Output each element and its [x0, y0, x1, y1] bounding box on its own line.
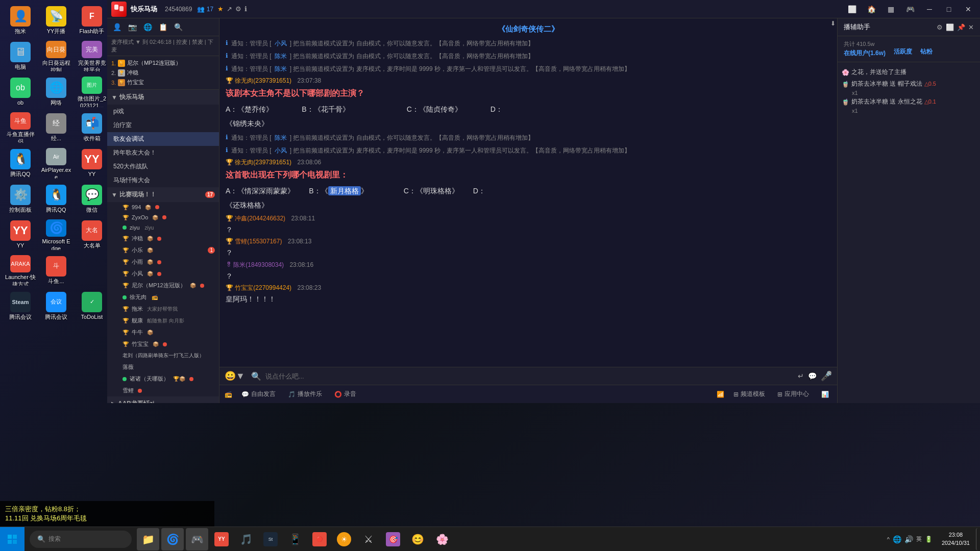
desktop-icon-tencent-meeting[interactable]: 会议 腾讯会议	[38, 288, 74, 324]
taskbar-clock[interactable]: 23:08 2024/10/31	[938, 531, 974, 547]
tray-volume-icon[interactable]: 🔊	[904, 535, 913, 543]
taskbar-app-explorer[interactable]: 📁	[137, 528, 159, 550]
channel-category-aab[interactable]: ▶ AAB龙哥忏zi	[107, 396, 219, 403]
desktop-icon-wechat-img[interactable]: 图片 微信图片_2023121...	[74, 74, 110, 110]
desktop-icon-yy[interactable]: YY YY	[74, 145, 110, 181]
desktop-icon-jing[interactable]: 经 经...	[38, 110, 74, 145]
sidebar-icon-globe[interactable]: 🌐	[142, 21, 153, 33]
sub-channel-laoliu[interactable]: 老刘（四路刷单骑东一打飞三人版）	[107, 350, 219, 361]
record-btn[interactable]: ⭕ 录音	[331, 388, 359, 400]
sub-channel-tuomi[interactable]: 🏆 拖米 大家好帮带我	[107, 303, 219, 315]
taskbar-app-flower[interactable]: 🌸	[431, 528, 453, 550]
tray-network-icon[interactable]: 🌐	[893, 535, 901, 543]
sub-channel-zhubaobao[interactable]: 🏆 竹宝宝 📦	[107, 338, 219, 350]
taskbar-app-orange[interactable]: ☀	[333, 528, 355, 550]
more-emoji-btn[interactable]: 🔍	[251, 371, 261, 381]
sub-channel-xuwurou[interactable]: 徐无肉 📻	[107, 291, 219, 303]
channel-520[interactable]: 520大作战队	[107, 160, 219, 173]
channel-confession[interactable]: 马场忏悔大会	[107, 173, 219, 187]
taskbar-show-desktop[interactable]	[976, 528, 980, 550]
desktop-icon-tuomi[interactable]: 👤 拖米	[3, 3, 38, 38]
sub-channel-chongwen[interactable]: 🏆 冲稳 📦	[107, 233, 219, 244]
desktop-icon-computer[interactable]: 🖥 电脑	[3, 38, 38, 74]
sidebar-icon-user[interactable]: 👤	[111, 21, 122, 33]
tray-battery-icon[interactable]: 🔋	[925, 536, 933, 543]
emoji-btn[interactable]: 😀▼	[225, 370, 245, 382]
panel-expand-icon[interactable]: ⬜	[946, 23, 954, 31]
taskbar-app-emoji[interactable]: 😊	[406, 528, 429, 550]
sub-channel-xiaole[interactable]: 🏆 小乐 📦 1	[107, 244, 219, 256]
share-icon[interactable]: ↗	[227, 5, 232, 13]
chat-input-field[interactable]	[265, 372, 794, 380]
taskbar-app-game[interactable]: 🎮	[186, 528, 208, 550]
desktop-icon-qq2[interactable]: 🐧 腾讯QQ	[38, 181, 74, 217]
desktop-icon-daming[interactable]: 大名 大名单	[74, 217, 110, 253]
taskbar-app-music[interactable]: 🎵	[235, 528, 257, 550]
channel-pixi[interactable]: pi戏	[107, 105, 219, 118]
sidebar-icon-clipboard[interactable]: 📋	[157, 21, 168, 33]
desktop-icon-todolist[interactable]: ✓ ToDoList	[74, 288, 110, 324]
desktop-icon-launcher[interactable]: ARAKA Launcher·快捷方式	[3, 253, 38, 288]
tray-arrow-icon[interactable]: ^	[887, 536, 890, 542]
panel-close-icon[interactable]: ✕	[968, 23, 974, 31]
channel-therapy[interactable]: 治疗室	[107, 118, 219, 132]
send-icon[interactable]: ↵	[798, 372, 804, 380]
desktop-icon-wechat[interactable]: 💬 微信	[74, 181, 110, 217]
channel-category-match[interactable]: ▼ 比赛现场！！ 17	[107, 187, 219, 202]
desktop-icon-qq[interactable]: 🐧 腾讯QQ	[3, 145, 38, 181]
layout-btn[interactable]: ▦	[883, 3, 898, 15]
sub-channel-994[interactable]: 🏆 994 📦	[107, 202, 219, 212]
minimize-btn[interactable]: ─	[922, 3, 937, 15]
sub-channel-zhuzhu[interactable]: 诸诸（天哪版） 🏆📦	[107, 373, 219, 385]
sub-channel-jiankang[interactable]: 🏆 舰康 船随鱼群 向月影	[107, 315, 219, 327]
sub-channel-xiaoyu[interactable]: 🏆 小雨 📦	[107, 256, 219, 268]
desktop-icon-douyu[interactable]: 斗鱼 斗鱼直播伴侣	[3, 110, 38, 145]
desktop-icon-inbox[interactable]: 📬 收件箱	[74, 110, 110, 145]
play-music-btn[interactable]: 🎵 播放件乐	[285, 388, 325, 400]
sub-channel-niuniu[interactable]: 🏆 牛牛 📦	[107, 327, 219, 338]
desktop-icon-control-panel[interactable]: ⚙️ 控制面板	[3, 181, 38, 217]
sub-channel-ziyu[interactable]: ziyu ziyu	[107, 222, 219, 233]
sub-channel-xiaofeng[interactable]: 🏆 小风 📦	[107, 268, 219, 280]
sub-channel-zyxoo[interactable]: 🏆 ZyxOo 📦	[107, 212, 219, 222]
sidebar-icon-search[interactable]: 🔍	[173, 21, 184, 33]
panel-settings-icon[interactable]: ⚙	[937, 23, 943, 31]
taskbar-search-bar[interactable]: 🔍 搜索	[30, 531, 132, 548]
tray-ime-icon[interactable]: 英	[916, 535, 922, 543]
panel-pin-icon[interactable]: 📌	[957, 23, 965, 31]
channel-song-test[interactable]: 歌友会调试	[107, 132, 219, 146]
comment-icon[interactable]: 💬	[808, 372, 817, 380]
info-icon[interactable]: ℹ	[244, 5, 247, 13]
desktop-icon-flash[interactable]: F Flash助手	[74, 3, 110, 38]
desktop-icon-steam[interactable]: Steam 腾讯会议	[3, 288, 38, 324]
freq-template-btn[interactable]: ⊞ 频道模板	[730, 388, 768, 400]
sub-channel-xueli[interactable]: 雪鲤	[107, 385, 219, 396]
desktop-icon-yy-live[interactable]: 📡 YY开播	[38, 3, 74, 38]
desktop-icon-wanmei[interactable]: 完美 完美世界竞技平台	[74, 38, 110, 74]
desktop-icon-ob[interactable]: ob ob	[3, 74, 38, 110]
taskbar-app-steam[interactable]: St	[259, 528, 282, 550]
desktop-icon-douyu2[interactable]: 斗 斗鱼...	[38, 253, 74, 288]
taskbar-app-sword[interactable]: ⚔	[357, 528, 380, 550]
signal-level-btn[interactable]: 📊	[818, 389, 832, 399]
channel-category-kuaile[interactable]: ▼ 快乐马场	[107, 90, 219, 105]
desktop-icon-edge[interactable]: 🌀 Microsoft Edge	[38, 217, 74, 253]
screen-btn[interactable]: ⬜	[844, 3, 860, 15]
sub-channel-neil[interactable]: 🏆 尼尔（MP12连冠版） 📦	[107, 280, 219, 291]
settings-icon[interactable]: ⚙	[235, 5, 241, 13]
channel-new-year[interactable]: 跨年歌友大会！	[107, 146, 219, 160]
sub-channel-luowei[interactable]: 落薇	[107, 361, 219, 373]
scroll-down-btn[interactable]: ⬇	[829, 18, 837, 29]
desktop-icon-network[interactable]: 🌐 网络	[38, 74, 74, 110]
desktop-icon-yy2[interactable]: YY YY	[3, 217, 38, 253]
taskbar-app-purple[interactable]: 🎯	[382, 528, 404, 550]
free-send-btn[interactable]: 💬 自由发言	[238, 388, 279, 400]
close-btn[interactable]: ✕	[961, 3, 976, 15]
taskbar-app-phone[interactable]: 📱	[284, 528, 306, 550]
home-btn[interactable]: 🏠	[864, 3, 879, 15]
sidebar-icon-camera[interactable]: 📷	[127, 21, 138, 33]
taskbar-app-edge[interactable]: 🌀	[161, 528, 184, 550]
desktop-icon-sunflower[interactable]: 向日葵 向日葵远程控制	[38, 38, 74, 74]
desktop-icon-airplayer[interactable]: Air AirPlayer.exe	[38, 145, 74, 181]
taskbar-app-yy[interactable]: YY	[210, 528, 233, 550]
